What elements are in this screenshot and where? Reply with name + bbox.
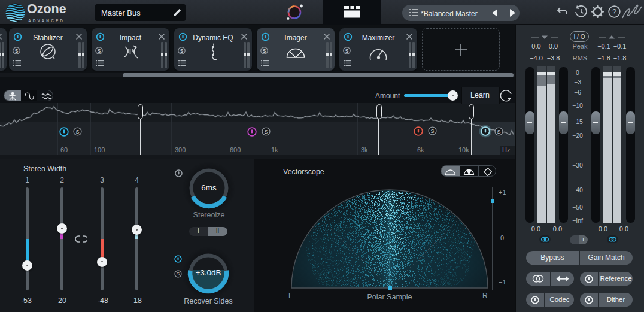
svg-text:S: S: [345, 48, 349, 54]
svg-text:?: ?: [612, 8, 616, 16]
svg-text:S: S: [176, 271, 179, 277]
svg-text:S: S: [497, 128, 500, 134]
svg-text:S: S: [15, 48, 19, 54]
svg-text:S: S: [263, 48, 266, 54]
svg-text:S: S: [180, 48, 184, 54]
svg-text:S: S: [264, 129, 268, 135]
svg-text:S: S: [98, 48, 101, 54]
svg-text:S: S: [75, 129, 79, 135]
svg-text:S: S: [430, 128, 434, 134]
